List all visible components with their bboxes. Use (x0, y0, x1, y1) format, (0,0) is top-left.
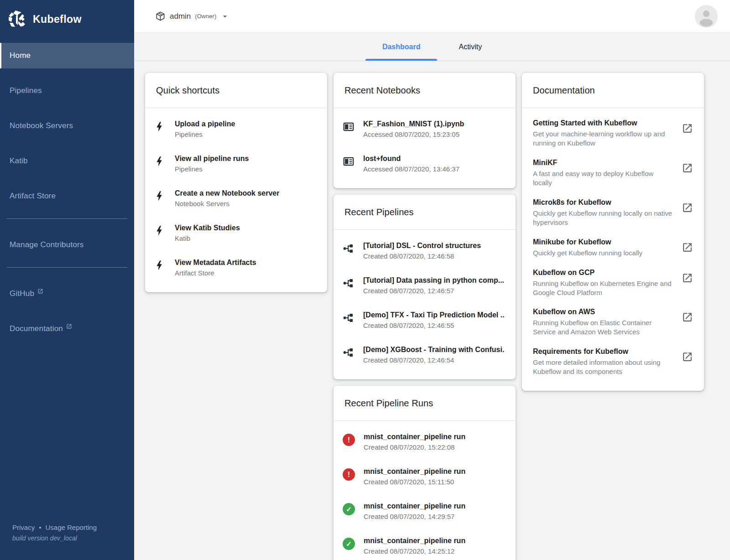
pipeline-run-item[interactable]: mnist_container_pipeline run Created 08/… (334, 494, 516, 529)
shortcut-subtitle: Pipelines (175, 165, 249, 173)
avatar[interactable] (695, 5, 718, 28)
item-text: [Demo] TFX - Taxi Tip Prediction Model .… (363, 311, 505, 329)
external-link-icon[interactable] (682, 311, 693, 323)
sidebar-nav-item[interactable]: Notebook Servers (0, 113, 134, 139)
item-text: View Katib Studies Katib (175, 224, 240, 242)
documentation-item[interactable]: Requirements for Kubeflow Get more detai… (522, 342, 704, 382)
pipeline-item[interactable]: [Tutorial] DSL - Control structures Crea… (334, 233, 516, 268)
doc-description: Quickly get Kubeflow running locally on … (533, 209, 674, 227)
recent-pipelines-list: [Tutorial] DSL - Control structures Crea… (334, 230, 516, 379)
sidebar-external-link-label: GitHub (10, 289, 34, 298)
sidebar-divider (7, 267, 127, 268)
shortcut-title: View all pipeline runs (175, 155, 249, 163)
pipeline-icon (343, 347, 355, 358)
kubeflow-logo-icon (8, 10, 26, 28)
recent-pipelines-card: Recent Pipelines [Tutorial] D (334, 195, 516, 379)
item-text: Upload a pipeline Pipelines (175, 120, 235, 138)
sidebar-nav-item[interactable]: Katib (0, 148, 134, 174)
shortcut-title: View Metadata Artifacts (175, 259, 256, 267)
privacy-link[interactable]: Privacy (12, 524, 35, 531)
namespace-role: (Owner) (195, 13, 216, 20)
quick-shortcut-item[interactable]: View Katib Studies Katib (145, 216, 327, 250)
pipeline-run-item[interactable]: mnist_container_pipeline run Created 08/… (334, 459, 516, 494)
pipeline-title: [Tutorial] DSL - Control structures (363, 242, 481, 250)
doc-description: Get more detailed information about usin… (533, 358, 674, 376)
dashboard-content: Quick shortcuts Upload a pipeline Pipeli… (134, 61, 730, 560)
recent-pipeline-runs-card: Recent Pipeline Runs mnist_container_pip… (334, 386, 516, 560)
run-subtitle: Created 08/07/2020, 14:29:57 (364, 513, 465, 520)
pipeline-item[interactable]: [Demo] TFX - Taxi Tip Prediction Model .… (334, 303, 516, 337)
run-status-icon (343, 468, 355, 481)
column-middle: Recent Notebooks (334, 73, 516, 560)
sidebar-external-link[interactable]: GitHub (0, 281, 134, 306)
chevron-down-icon (220, 12, 229, 21)
run-subtitle: Created 08/07/2020, 15:11:50 (364, 478, 465, 486)
usage-reporting-link[interactable]: Usage Reporting (45, 524, 97, 531)
quick-shortcut-item[interactable]: View all pipeline runs Pipelines (145, 146, 327, 181)
column-left: Quick shortcuts Upload a pipeline Pipeli… (145, 73, 327, 292)
documentation-item[interactable]: MiniKF A fast and easy way to deploy Kub… (522, 153, 704, 193)
card-title: Recent Pipeline Runs (334, 386, 516, 421)
quick-shortcut-item[interactable]: Upload a pipeline Pipelines (145, 112, 327, 146)
tab[interactable]: Activity (439, 33, 501, 61)
main-area: admin (Owner) Dashboard Activity Quick s… (134, 0, 730, 560)
documentation-item[interactable]: Kubeflow on GCP Running Kubeflow on Kube… (522, 263, 704, 303)
item-text: View all pipeline runs Pipelines (175, 155, 249, 173)
recent-notebooks-list: KF_Fashion_MNIST (1).ipynb Accessed 08/0… (334, 108, 516, 188)
doc-title: Getting Started with Kubeflow (533, 119, 674, 127)
run-status-icon (343, 434, 355, 446)
item-text: Kubeflow on GCP Running Kubeflow on Kube… (533, 269, 682, 297)
sidebar-external-links: GitHub Documentation (0, 281, 134, 342)
shortcut-subtitle: Pipelines (175, 130, 235, 138)
documentation-card: Documentation Getting Started with Kubef… (522, 73, 704, 391)
notebook-item[interactable]: KF_Fashion_MNIST (1).ipynb Accessed 08/0… (334, 112, 516, 146)
pipeline-item[interactable]: [Demo] XGBoost - Training with Confusi..… (334, 337, 516, 372)
item-text: mnist_container_pipeline run Created 08/… (364, 433, 465, 451)
pipeline-icon (343, 277, 355, 289)
external-link-icon[interactable] (682, 351, 693, 363)
notebook-subtitle: Accessed 08/07/2020, 13:46:37 (363, 165, 459, 173)
pipeline-item[interactable]: [Tutorial] Data passing in python comp..… (334, 268, 516, 303)
sidebar-external-link[interactable]: Documentation (0, 316, 134, 342)
item-text: mnist_container_pipeline run Created 08/… (364, 467, 465, 486)
app-title: Kubeflow (33, 13, 82, 26)
pipeline-subtitle: Created 08/07/2020, 12:46:54 (363, 356, 505, 364)
notebook-icon (343, 156, 355, 167)
doc-title: Kubeflow on AWS (533, 308, 674, 316)
sidebar: Kubeflow Home Pipelines Notebook Servers… (0, 0, 134, 560)
bolt-icon (154, 156, 166, 167)
item-text: lost+found Accessed 08/07/2020, 13:46:37 (363, 155, 459, 173)
shortcut-subtitle: Notebook Servers (175, 200, 279, 207)
sidebar-nav-item[interactable]: Artifact Store (0, 183, 134, 209)
pipeline-run-item[interactable]: mnist_container_pipeline run Created 08/… (334, 425, 516, 459)
shortcut-title: Upload a pipeline (175, 120, 235, 128)
external-link-icon[interactable] (682, 162, 693, 174)
documentation-item[interactable]: Kubeflow on AWS Running Kubeflow on Elas… (522, 302, 704, 342)
namespace-selector[interactable]: admin (Owner) (155, 11, 229, 21)
external-link-icon[interactable] (682, 272, 693, 284)
pipeline-icon (343, 312, 355, 324)
shortcut-subtitle: Artifact Store (175, 269, 256, 277)
run-status-icon (343, 503, 355, 515)
item-text: [Demo] XGBoost - Training with Confusi..… (363, 346, 505, 364)
external-link-icon[interactable] (682, 242, 693, 253)
pipeline-run-item[interactable]: mnist_container_pipeline run Created 08/… (334, 529, 516, 560)
app-logo[interactable]: Kubeflow (0, 0, 134, 38)
notebook-item[interactable]: lost+found Accessed 08/07/2020, 13:46:37 (334, 146, 516, 181)
sidebar-nav-item[interactable]: Pipelines (0, 78, 134, 104)
tab[interactable]: Dashboard (363, 33, 440, 61)
documentation-item[interactable]: Minikube for Kubeflow Quickly get Kubefl… (522, 233, 704, 263)
documentation-item[interactable]: Microk8s for Kubeflow Quickly get Kubefl… (522, 193, 704, 233)
sidebar-item-manage-contributors[interactable]: Manage Contributors (0, 232, 134, 258)
notebook-subtitle: Accessed 08/07/2020, 15:23:05 (363, 130, 464, 138)
quick-shortcut-item[interactable]: View Metadata Artifacts Artifact Store (145, 250, 327, 285)
item-text: Getting Started with Kubeflow Get your m… (533, 119, 682, 148)
external-link-icon[interactable] (682, 202, 693, 213)
sidebar-nav-item[interactable]: Home (0, 43, 134, 68)
quick-shortcut-item[interactable]: Create a new Notebook server Notebook Se… (145, 181, 327, 216)
external-link-icon[interactable] (682, 123, 693, 134)
doc-description: Quickly get Kubeflow running locally (533, 249, 674, 258)
item-text: Create a new Notebook server Notebook Se… (175, 189, 279, 207)
documentation-item[interactable]: Getting Started with Kubeflow Get your m… (522, 114, 704, 153)
quick-shortcuts-list: Upload a pipeline Pipelines View all pip… (145, 108, 327, 292)
